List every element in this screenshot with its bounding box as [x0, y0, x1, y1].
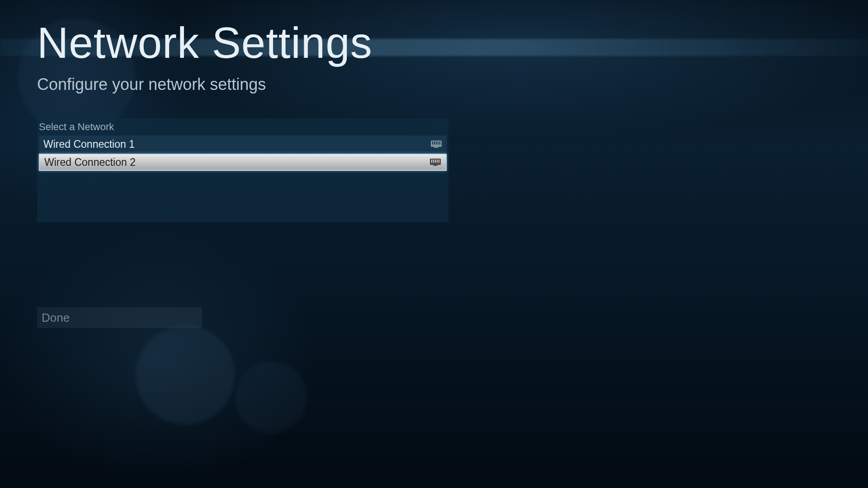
done-button-label: Done: [42, 311, 70, 325]
done-button[interactable]: Done: [37, 307, 202, 328]
svg-rect-10: [433, 160, 434, 163]
ethernet-icon: [429, 157, 442, 167]
svg-rect-9: [431, 160, 432, 163]
svg-rect-8: [433, 164, 438, 166]
network-panel: Select a Network Wired Connection 1 Wire…: [37, 118, 448, 222]
network-item-wired-1[interactable]: Wired Connection 1: [39, 136, 447, 153]
network-list: Wired Connection 1 Wired Connection 2: [37, 136, 448, 171]
ethernet-icon: [429, 139, 443, 149]
decorative-bokeh: [136, 325, 235, 425]
svg-rect-6: [439, 141, 440, 145]
svg-rect-2: [432, 141, 433, 145]
network-item-label: Wired Connection 2: [44, 156, 136, 169]
svg-rect-11: [435, 160, 436, 163]
page-subtitle: Configure your network settings: [37, 75, 266, 94]
svg-rect-4: [436, 141, 437, 145]
network-item-label: Wired Connection 1: [43, 138, 135, 150]
network-item-wired-2[interactable]: Wired Connection 2: [39, 154, 447, 171]
svg-rect-1: [434, 145, 439, 148]
page-title: Network Settings: [37, 18, 373, 68]
svg-rect-13: [439, 160, 439, 163]
svg-rect-12: [437, 160, 438, 163]
panel-header: Select a Network: [37, 118, 448, 136]
svg-rect-5: [438, 141, 439, 145]
decorative-bokeh: [235, 361, 307, 434]
svg-rect-3: [434, 141, 435, 145]
